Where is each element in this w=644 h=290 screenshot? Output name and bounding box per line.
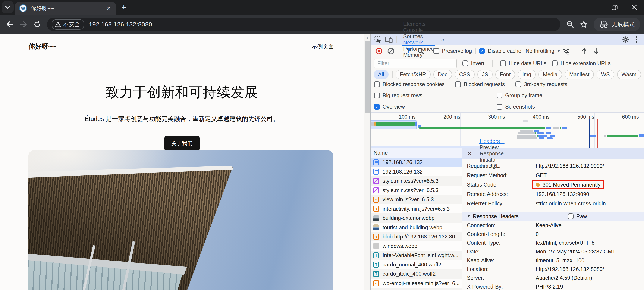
browser-tab[interactable]: W 你好呀~~ × (15, 2, 116, 15)
disable-cache-toggle[interactable]: Disable cache (479, 48, 521, 54)
type-filter-pill[interactable]: Media (538, 70, 562, 79)
devtools-tab[interactable]: Elements (399, 21, 438, 27)
hide-extension-urls-toggle[interactable]: Hide extension URLs (552, 60, 611, 67)
third-party-toggle[interactable]: 3rd-party requests (516, 81, 567, 87)
type-filter-pill[interactable]: CSS (455, 70, 474, 79)
big-request-rows-toggle[interactable]: Big request rows (374, 92, 496, 99)
close-details-icon[interactable]: × (464, 150, 476, 157)
inspect-element-icon[interactable] (373, 35, 384, 44)
site-title[interactable]: 你好呀~~ (28, 42, 56, 51)
minimize-button[interactable] (585, 0, 605, 15)
devtools-tab[interactable]: Network (399, 40, 438, 46)
filter-input[interactable] (374, 59, 457, 68)
disable-cache-checkbox[interactable] (479, 48, 485, 54)
request-row[interactable]: windows.webp (370, 241, 462, 251)
security-badge[interactable]: 不安全 (52, 19, 84, 30)
request-row[interactable]: style.min.css?ver=6.5.3 (370, 176, 462, 186)
blocked-cookies-toggle[interactable]: Blocked response cookies (374, 81, 444, 87)
request-row[interactable]: building-exterior.webp (370, 213, 462, 223)
incognito-badge[interactable]: 无痕模式 (594, 18, 640, 31)
request-row[interactable]: 192.168.126.132 (370, 158, 462, 167)
preserve-log-toggle[interactable]: Preserve log (434, 48, 472, 54)
nav-link-sample-page[interactable]: 示例页面 (312, 43, 334, 50)
devtools-tab[interactable]: Memory (399, 52, 438, 58)
clear-network-log-icon[interactable] (386, 46, 396, 56)
details-tab[interactable]: Response (476, 150, 508, 157)
record-network-log-icon[interactable] (374, 46, 384, 56)
request-row[interactable]: blob:http://192.168.126.132:80... (370, 232, 462, 241)
invert-toggle[interactable]: Invert (462, 60, 484, 67)
invert-checkbox[interactable] (462, 61, 468, 66)
type-filter-pill[interactable]: Img (518, 70, 536, 79)
hide-extension-urls-checkbox[interactable] (552, 61, 558, 66)
blocked-requests-checkbox[interactable] (455, 81, 461, 87)
name-column-header[interactable]: Name (370, 148, 462, 158)
type-filter-pill[interactable]: Font (495, 70, 515, 79)
group-by-frame-toggle[interactable]: Group by frame (496, 92, 619, 99)
raw-toggle[interactable]: Raw (568, 213, 587, 219)
new-tab-button[interactable]: + (121, 3, 126, 12)
details-tab[interactable]: Initiator (476, 157, 508, 163)
device-toolbar-icon[interactable] (384, 35, 394, 44)
zoom-out-icon[interactable] (564, 18, 576, 30)
request-row[interactable]: cardo_normal_400.woff2 (370, 260, 462, 269)
details-tab[interactable]: Preview (476, 144, 508, 150)
close-window-button[interactable] (624, 0, 644, 15)
type-filter-pill[interactable]: Fetch/XHR (396, 70, 430, 79)
reload-button[interactable] (31, 18, 43, 30)
type-filter-pill[interactable]: Wasm (617, 70, 641, 79)
overview-checkbox[interactable] (374, 104, 380, 110)
type-filter-pill[interactable]: WS (596, 70, 614, 79)
export-har-icon[interactable] (591, 46, 602, 56)
request-row[interactable]: style.min.css?ver=6.5.3 (370, 186, 462, 195)
request-row[interactable]: interactivity.min.js?ver=6.5.3 (370, 204, 462, 214)
request-row[interactable]: Inter-VariableFont_slnt,wght.w... (370, 251, 462, 260)
request-row[interactable]: favicon.ico (370, 288, 462, 290)
type-filter-pill[interactable]: All (374, 70, 388, 79)
request-row[interactable]: view.min.js?ver=6.5.3 (370, 195, 462, 204)
type-filter-pill[interactable]: JS (478, 70, 492, 79)
group-by-frame-checkbox[interactable] (496, 93, 502, 98)
overview-toggle[interactable]: Overview (374, 104, 496, 110)
forward-button[interactable] (18, 18, 30, 30)
more-tabs-icon[interactable]: » (438, 36, 447, 43)
settings-gear-icon[interactable] (620, 35, 631, 44)
devtools-tab[interactable]: Performance (399, 46, 438, 52)
request-row[interactable]: 192.168.126.132 (370, 167, 462, 176)
response-headers-section[interactable]: ▼ Response Headers Raw (462, 212, 644, 221)
import-har-icon[interactable] (579, 46, 590, 56)
blocked-requests-toggle[interactable]: Blocked requests (455, 81, 505, 87)
tab-search-button[interactable] (2, 1, 14, 13)
back-button[interactable] (4, 18, 16, 30)
hide-data-urls-checkbox[interactable] (500, 61, 506, 66)
screenshots-toggle[interactable]: Screenshots (496, 104, 619, 110)
third-party-checkbox[interactable] (516, 81, 521, 87)
devtools-tab[interactable]: Console (399, 27, 438, 33)
about-us-button[interactable]: 关于我们 (164, 136, 200, 151)
details-tab[interactable]: Timing (476, 163, 508, 169)
devtools-tab[interactable]: Sources (399, 33, 438, 40)
address-bar[interactable]: 不安全 192.168.126.132:8080 (47, 18, 560, 31)
disclosure-triangle-icon[interactable]: ▼ (467, 214, 471, 219)
request-row[interactable]: tourist-and-building.webp (370, 223, 462, 232)
page-scrollbar[interactable]: ▲ (364, 34, 370, 290)
throttling-dropdown[interactable]: No throttling ▾ (526, 48, 560, 54)
tab-close-icon[interactable]: × (106, 5, 112, 12)
type-filter-pill[interactable]: Manifest (565, 70, 594, 79)
kebab-menu-icon[interactable] (631, 35, 642, 44)
restore-button[interactable] (605, 0, 624, 15)
big-request-rows-checkbox[interactable] (374, 93, 380, 98)
screenshots-checkbox[interactable] (496, 104, 502, 110)
url-text[interactable]: 192.168.126.132:8080 (89, 21, 152, 28)
request-row[interactable]: wp-emoji-release.min.js?ver=6... (370, 279, 462, 288)
request-row[interactable]: cardo_italic_400.woff2 (370, 269, 462, 279)
details-tab[interactable]: Headers (476, 138, 508, 144)
hide-data-urls-toggle[interactable]: Hide data URLs (500, 60, 546, 67)
type-filter-pill[interactable]: Doc (434, 70, 452, 79)
scrollbar-up-arrow[interactable]: ▲ (366, 36, 369, 40)
network-conditions-icon[interactable] (561, 46, 572, 56)
blocked-cookies-checkbox[interactable] (374, 81, 380, 87)
raw-checkbox[interactable] (568, 213, 574, 219)
scrollbar-thumb[interactable] (365, 41, 370, 113)
bookmark-star-icon[interactable] (578, 18, 590, 30)
